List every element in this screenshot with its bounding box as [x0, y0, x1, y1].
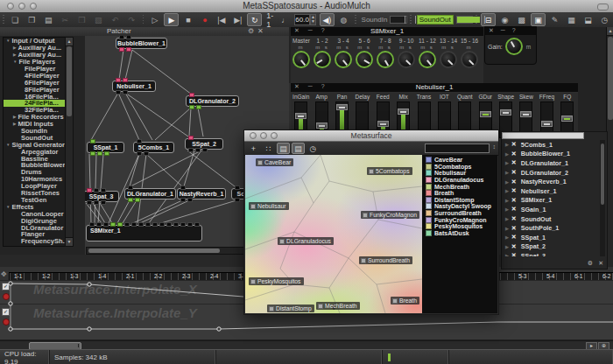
- output-connector[interactable]: [195, 148, 201, 152]
- pane-close-icon[interactable]: ✕: [257, 27, 264, 35]
- automation-list-item[interactable]: ▶✕SSpat_3: [504, 251, 598, 256]
- input-connector[interactable]: [126, 36, 131, 39]
- output-connector[interactable]: [187, 198, 193, 202]
- gain-panel-header[interactable]: ✕ ─ ?: [485, 27, 536, 35]
- bypass-x-icon[interactable]: ✕: [511, 234, 517, 241]
- scrollbar-thumb[interactable]: [88, 248, 220, 253]
- triangle-right-icon[interactable]: ▶: [13, 122, 16, 126]
- gain-mute-label[interactable]: m: [526, 44, 531, 50]
- snapshot-list-item[interactable]: DLGranuladocus: [422, 177, 497, 184]
- bypass-x-icon[interactable]: ✕: [511, 187, 517, 194]
- channel-knob[interactable]: [461, 51, 478, 68]
- bypass-x-icon[interactable]: ✕: [511, 215, 517, 222]
- snapshot-list-item[interactable]: FunkyCroMagnon: [422, 216, 497, 223]
- input-connector[interactable]: [188, 136, 194, 140]
- output-connector[interactable]: [97, 151, 102, 156]
- bypass-x-icon[interactable]: ✕: [511, 169, 517, 176]
- output-connector[interactable]: [135, 198, 140, 202]
- automation-view-icon[interactable]: ▣: [531, 13, 546, 26]
- input-connector[interactable]: [123, 78, 128, 82]
- snapshot-list-item[interactable]: PeskyMosquitos: [422, 223, 497, 230]
- snapshot-list-item[interactable]: BatsAtDusk: [422, 230, 497, 237]
- toolbar-grip[interactable]: [355, 15, 356, 25]
- redo-icon[interactable]: ↷: [124, 13, 139, 26]
- play-icon[interactable]: ▶: [164, 13, 179, 26]
- input-connector[interactable]: [116, 78, 121, 82]
- add-snapshot-icon[interactable]: +: [247, 143, 260, 154]
- input-connector[interactable]: [194, 222, 200, 227]
- automation-list-item[interactable]: ▶✕BubbleBlower_1: [504, 150, 598, 159]
- snapshot-surface-label[interactable]: Nebulisaur: [249, 202, 289, 210]
- list-view-icon[interactable]: ▤: [277, 143, 290, 154]
- tempo-spinner[interactable]: ▲▼: [310, 14, 316, 25]
- channel-knob[interactable]: [292, 51, 310, 68]
- tree-item[interactable]: LiveLooper: [4, 245, 65, 247]
- input-connector[interactable]: [159, 222, 165, 227]
- input-connector[interactable]: [94, 188, 99, 192]
- open-file-icon[interactable]: ❐: [25, 13, 39, 26]
- snapshot-surface-label[interactable]: DistantStomp: [267, 304, 314, 312]
- slider-handle[interactable]: [480, 111, 491, 117]
- triangle-down-icon[interactable]: ▼: [6, 143, 10, 147]
- save-icon[interactable]: ▤: [41, 13, 56, 26]
- output-connector[interactable]: [128, 198, 133, 202]
- snapshot-surface-label[interactable]: CaveBear: [256, 158, 293, 166]
- output-connector[interactable]: [90, 151, 95, 156]
- expand-triangle-icon[interactable]: ▶: [505, 244, 509, 249]
- input-connector[interactable]: [110, 222, 116, 227]
- network-icon[interactable]: ◍: [336, 13, 351, 26]
- output-connector[interactable]: [144, 151, 149, 156]
- patcher-node[interactable]: S8Mixer_1: [86, 225, 202, 242]
- channel-knob[interactable]: [377, 51, 394, 68]
- output-connector[interactable]: [119, 47, 124, 52]
- snapshot-surface-label[interactable]: Breath: [391, 297, 419, 304]
- scroll-up-icon[interactable]: ▲: [607, 27, 613, 36]
- output-connector[interactable]: [87, 200, 92, 205]
- lock-view-icon[interactable]: ⬓: [581, 13, 595, 26]
- toolbar-toggle-pill[interactable]: [597, 4, 609, 10]
- snapshot-list-item[interactable]: 5Combatops: [422, 164, 497, 171]
- snapshot-filter-field[interactable]: [425, 144, 490, 153]
- expand-triangle-icon[interactable]: ▶: [505, 142, 509, 147]
- automation-point[interactable]: [88, 327, 91, 331]
- input-connector[interactable]: [180, 222, 186, 227]
- snapshot-list-item[interactable]: Nebulisaur: [422, 170, 497, 177]
- sort-icon[interactable]: ↕: [493, 144, 497, 150]
- channel-knob[interactable]: [440, 51, 457, 68]
- automation-list-item[interactable]: ▶✕NastyReverb_1: [504, 177, 598, 186]
- automation-list-item[interactable]: ▶✕S8Mixer_1: [504, 196, 598, 206]
- snapshot-surface-label[interactable]: PeskyMosquitos: [249, 277, 304, 285]
- triangle-right-icon[interactable]: ▶: [13, 115, 16, 119]
- scroll-down-icon[interactable]: ▼: [66, 237, 73, 246]
- tree-scrollbar[interactable]: ▲ ▼: [65, 37, 74, 247]
- expand-triangle-icon[interactable]: ▶: [505, 216, 509, 221]
- channel-knob[interactable]: [335, 51, 352, 68]
- triangle-down-icon[interactable]: ▼: [6, 38, 10, 43]
- speaker-icon[interactable]: ◀): [320, 13, 335, 26]
- new-file-icon[interactable]: ❏: [8, 13, 23, 26]
- expand-triangle-icon[interactable]: ▶: [505, 170, 509, 175]
- input-connector[interactable]: [189, 93, 194, 97]
- output-connector[interactable]: [104, 151, 109, 156]
- input-connector[interactable]: [235, 186, 240, 190]
- input-connector[interactable]: [138, 222, 144, 227]
- mute-solo-labels[interactable]: m s: [336, 45, 350, 50]
- mute-solo-labels[interactable]: m: [299, 45, 305, 50]
- expand-triangle-icon[interactable]: ▶: [505, 234, 509, 240]
- mute-solo-labels[interactable]: m s: [420, 45, 434, 50]
- slider-handle[interactable]: [541, 121, 553, 127]
- expand-triangle-icon[interactable]: ▶: [505, 160, 509, 165]
- input-connector[interactable]: [124, 222, 130, 227]
- bypass-x-icon[interactable]: ✕: [511, 225, 517, 232]
- mute-solo-labels[interactable]: m s: [399, 45, 413, 50]
- slider-handle[interactable]: [520, 111, 532, 117]
- slider-handle[interactable]: [295, 113, 306, 119]
- metasurface-surface[interactable]: + CaveBear5CombatopsNebulisaurFunkyCroMa…: [245, 155, 422, 313]
- panel-view-icon[interactable]: ▦: [564, 13, 579, 26]
- bypass-x-icon[interactable]: ✕: [511, 150, 517, 158]
- input-connector[interactable]: [87, 188, 92, 192]
- triangle-down-icon[interactable]: ▼: [13, 60, 17, 64]
- pane-close-icon[interactable]: ✕: [598, 260, 603, 267]
- triangle-down-icon[interactable]: ▼: [6, 205, 10, 209]
- channel-knob[interactable]: [314, 51, 331, 68]
